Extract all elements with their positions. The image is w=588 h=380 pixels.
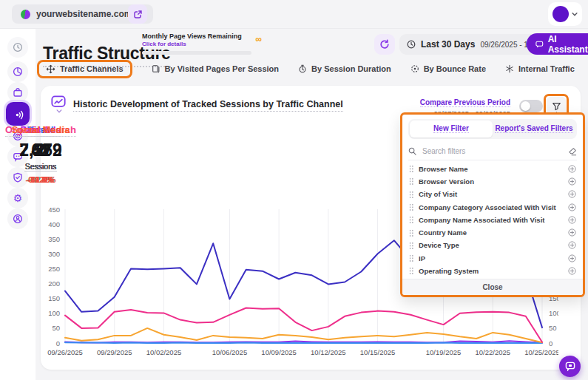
y-axis-tick-label: 300	[48, 250, 60, 258]
filter-item[interactable]: Company Name Associated With Visit	[402, 214, 583, 226]
drag-handle-icon[interactable]	[409, 203, 413, 211]
tab-new-filter[interactable]: New Filter	[410, 121, 493, 138]
analytics-app: yourwebsitename.com	[0, 0, 588, 380]
add-filter-icon[interactable]	[568, 216, 576, 224]
y-axis-tick-label: 450	[48, 206, 60, 214]
x-axis-tick-label: 10/02/2025	[146, 348, 182, 356]
add-filter-icon[interactable]	[568, 165, 576, 173]
sidebar-item-visitors[interactable]	[7, 208, 28, 229]
filter-panel: New Filter Report's Saved Filters Browse…	[400, 112, 585, 297]
briefcase-icon	[13, 87, 23, 98]
sidebar-item-history[interactable]	[7, 37, 28, 58]
open-website-button[interactable]	[128, 4, 147, 24]
add-filter-icon[interactable]	[568, 254, 576, 262]
chart-title: Historic Development of Tracked Sessions…	[73, 99, 343, 112]
drag-handle-icon[interactable]	[409, 216, 413, 223]
y-axis-tick-label: 200	[48, 279, 60, 288]
add-filter-icon[interactable]	[568, 203, 576, 211]
x-axis-tick-label: 10/19/2025	[426, 348, 462, 356]
refresh-icon	[379, 39, 390, 50]
filter-item[interactable]: Country Name	[402, 226, 583, 239]
y-axis-tick-label: 350	[48, 235, 60, 243]
y-axis-tick-label: 250	[48, 265, 60, 273]
refresh-button[interactable]	[374, 34, 395, 55]
sidebar-item-settings[interactable]: ⚙	[7, 188, 28, 208]
tab-visited-pages[interactable]: By Visited Pages Per Session	[152, 64, 279, 73]
filter-list: Browser NameBrowser VersionCity of Visit…	[402, 160, 583, 279]
y-axis-tick-label: 50	[52, 324, 60, 332]
filter-item[interactable]: Browser Name	[402, 162, 583, 174]
filter-search	[408, 143, 577, 161]
tab-session-duration[interactable]: By Session Duration	[298, 64, 391, 73]
clock-icon	[407, 40, 416, 49]
sidebar-item-dashboard[interactable]	[7, 61, 28, 82]
funnel-icon	[552, 102, 561, 111]
drag-handle-icon[interactable]	[409, 267, 413, 274]
filter-item[interactable]: Company Category Associated With Visit	[402, 200, 583, 213]
asterisk-icon	[505, 64, 514, 73]
drag-handle-icon[interactable]	[409, 191, 413, 198]
drag-handle-icon[interactable]	[409, 165, 413, 172]
ai-assistant-label: AI Assistant	[548, 34, 588, 55]
close-button[interactable]: Close	[478, 282, 507, 292]
search-icon	[408, 147, 416, 155]
radar-icon	[13, 109, 24, 120]
add-filter-icon[interactable]	[568, 241, 576, 249]
filter-search-input[interactable]	[421, 146, 564, 156]
filter-item[interactable]: IP	[402, 252, 583, 265]
sidebar-item-projects[interactable]	[7, 82, 28, 103]
website-name: yourwebsitename.com	[36, 9, 132, 19]
external-link-icon	[133, 10, 143, 19]
report-tabs: Traffic Channels By Visited Pages Per Se…	[37, 58, 575, 79]
add-filter-icon[interactable]	[568, 228, 576, 237]
filter-item[interactable]: Device Type	[402, 239, 583, 251]
stat-social-media: Social Media 41 Sessions -32.8%	[12, 123, 70, 184]
filter-panel-footer: Close	[402, 279, 583, 295]
user-location-icon	[13, 214, 23, 224]
traffic-split-icon	[46, 64, 55, 74]
account-menu[interactable]	[548, 2, 582, 26]
bounce-target-icon	[410, 64, 419, 73]
toggle-knob	[521, 101, 530, 111]
compare-toggle[interactable]	[519, 100, 543, 112]
stopwatch-icon	[298, 64, 307, 73]
tab-internal-traffic[interactable]: Internal Traffic	[505, 64, 575, 73]
filter-item[interactable]: Operating System	[402, 265, 583, 277]
quota-widget: Monthly Page Views Remaining Click for d…	[142, 33, 251, 55]
x-axis-tick-label: 10/12/2025	[311, 348, 346, 356]
pages-icon	[152, 64, 160, 73]
chart-card: Historic Development of Tracked Sessions…	[41, 86, 581, 370]
tab-bounce-rate[interactable]: By Bounce Rate	[410, 64, 486, 73]
drag-handle-icon[interactable]	[409, 254, 413, 262]
tab-traffic-channels[interactable]: Traffic Channels	[37, 60, 132, 78]
tab-saved-filters[interactable]: Report's Saved Filters	[493, 121, 575, 138]
drag-handle-icon[interactable]	[409, 177, 413, 185]
support-chat-button[interactable]	[559, 356, 581, 377]
y-axis-tick-label: 150	[48, 294, 60, 302]
filter-item[interactable]: City of Visit	[402, 188, 583, 200]
drag-handle-icon[interactable]	[409, 229, 413, 237]
add-filter-icon[interactable]	[568, 190, 576, 198]
y-axis-tick-label: 100	[48, 309, 60, 317]
website-favicon	[21, 10, 30, 19]
quota-progress-bar	[142, 51, 251, 55]
quota-value: ∞	[255, 34, 262, 44]
x-axis-tick-label: 09/26/2025	[47, 348, 83, 356]
chat-bubble-icon	[565, 362, 575, 371]
drag-handle-icon[interactable]	[409, 242, 413, 249]
ai-assistant-button[interactable]: AI Assistant	[527, 33, 588, 55]
x-axis-tick-label: 09/29/2025	[97, 348, 132, 356]
y-axis-right-tick-label: 50	[549, 324, 557, 332]
add-filter-icon[interactable]	[568, 177, 576, 186]
y-axis-right-tick-label: 0	[549, 339, 552, 347]
quota-details-link[interactable]: Click for details	[142, 41, 251, 47]
history-icon	[13, 42, 23, 52]
add-filter-icon[interactable]	[568, 267, 576, 275]
x-axis-tick-label: 10/06/2025	[212, 348, 248, 356]
y-axis-right-tick-label: 100	[549, 309, 558, 317]
chevron-down-icon	[572, 13, 578, 16]
pie-chart-icon	[13, 67, 23, 77]
filter-tabs: New Filter Report's Saved Filters	[408, 119, 577, 139]
eraser-icon[interactable]	[568, 147, 577, 156]
filter-item[interactable]: Browser Version	[402, 175, 583, 188]
